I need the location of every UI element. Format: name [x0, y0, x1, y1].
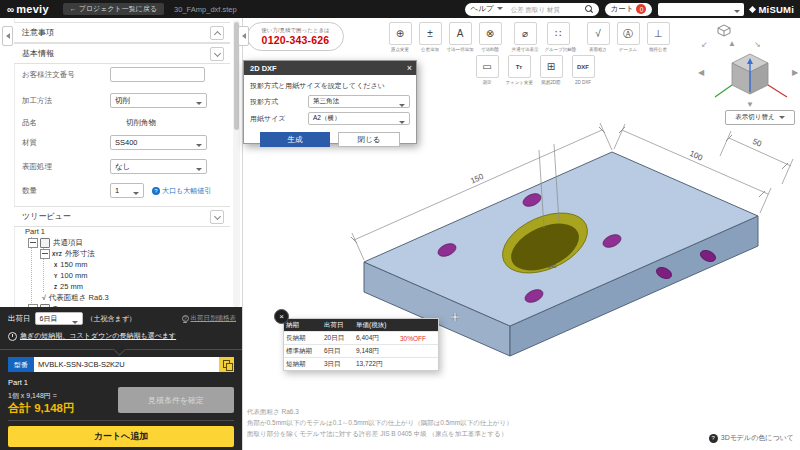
chevron-down-icon [196, 144, 202, 150]
panel-divider-caret[interactable] [0, 349, 242, 350]
col-ship-date: 出荷日 [324, 321, 356, 330]
chevron-down-icon [734, 10, 740, 16]
rotate-down-left-arrow[interactable]: ↙ [701, 40, 708, 49]
misumi-logo: MiSUMi [750, 4, 794, 15]
viewer-area[interactable]: 150 100 50 φ40 使い方/見積で困ったときは 0120-343-62… [242, 18, 800, 450]
2d-dxf-dialog: 2D DXF × 投影方式と用紙サイズを設定してください 投影方式 第三角法 用… [243, 60, 417, 144]
product-name-row: 品名 切削角物 [14, 116, 230, 130]
back-to-projects-button[interactable]: ← プロジェクト一覧に戻る [63, 3, 164, 15]
chevron-down-icon [779, 116, 785, 122]
product-name-label: 品名 [22, 118, 110, 128]
rotate-left-arrow[interactable]: ◀ [698, 68, 704, 77]
tool-geometric-tolerance[interactable]: ⊥幾何公差 [643, 22, 673, 52]
tool-add-tolerance[interactable]: ±公差追加 [415, 22, 445, 52]
close-icon[interactable]: × [407, 61, 412, 75]
generate-button[interactable]: 生成 [260, 132, 330, 147]
datum-icon: Ⓐ [623, 27, 633, 41]
tool-origin-change[interactable]: ⊕原点変更 [385, 22, 415, 52]
view-switch-button[interactable]: 表示切り替え [725, 110, 795, 125]
part-number-input[interactable] [34, 357, 219, 372]
tool-common-dimension[interactable]: ⌀共通寸法表示 [510, 22, 540, 52]
volume-discount-link[interactable]: ? 大口も大幅値引 [152, 186, 211, 196]
collapse-button[interactable] [210, 26, 224, 40]
tree-item-y[interactable]: Y 100 mm [14, 270, 230, 281]
model-color-link[interactable]: ? 3Dモデルの色について [709, 433, 794, 443]
popup-close-button[interactable]: × [274, 309, 289, 324]
method-value: 切削 [115, 96, 130, 106]
tree-item-z[interactable]: Z 25 mm [14, 281, 230, 292]
paper-size-select[interactable]: A2（横） [308, 112, 410, 125]
sidebar-scrollbar[interactable] [233, 20, 240, 307]
dialog-header[interactable]: 2D DXF × [244, 61, 416, 75]
order-number-input[interactable] [110, 67, 205, 82]
tool-ungroup-holes[interactable]: ∷グループ穴解除 [543, 22, 573, 52]
sidebar-collapse-handle-left[interactable] [2, 26, 13, 46]
search-icon[interactable] [585, 5, 593, 13]
tool-simple-2d[interactable]: ⊞簡易2D図 [536, 55, 566, 85]
section-header-tree[interactable]: ツリービュー [14, 206, 230, 227]
question-icon: ? [182, 315, 189, 322]
meviy-logo-text: meviy [16, 3, 49, 15]
dialog-title: 2D DXF [250, 64, 277, 73]
copy-part-number-button[interactable] [219, 357, 234, 372]
home-view-icon[interactable] [716, 24, 732, 37]
method-select[interactable]: 切削 [110, 93, 207, 108]
search-input[interactable] [509, 5, 585, 14]
tool-delete-dimension[interactable]: ⊗寸法削除 [475, 22, 505, 52]
paper-size-label: 用紙サイズ [250, 114, 308, 124]
support-phone-number: 0120-343-626 [262, 34, 330, 46]
price-table-link[interactable]: ? 出荷日別価格表 [182, 314, 237, 323]
surface-select[interactable]: なし [110, 159, 207, 174]
tree-collapse-icon[interactable] [40, 249, 50, 259]
cart-button[interactable]: カート 0 [605, 3, 653, 16]
tool-font-change[interactable]: Tтフォント変更 [504, 55, 534, 85]
tree-collapse-icon[interactable] [28, 238, 38, 248]
tool-surface-roughness[interactable]: √表面粗さ [583, 22, 613, 52]
section-header-basic[interactable]: 基本情報 [14, 43, 230, 64]
question-icon: ? [152, 187, 160, 195]
quantity-value: 1 [115, 186, 119, 195]
table-row[interactable]: 標準納期 6日目 9,148円 [284, 344, 438, 357]
tree-item-roughness[interactable]: √ 代表面粗さ Ra6.3 [14, 292, 230, 303]
rotate-right-arrow[interactable]: ▶ [792, 68, 798, 77]
table-row[interactable]: 長納期 20日目 6,404円 30%OFF [284, 331, 438, 344]
delivery-options-link[interactable]: 急ぎの短納期、コストダウンの長納期も選べます [8, 331, 176, 341]
section-header-notes[interactable]: 注意事項 [14, 22, 230, 43]
confirm-quote-button[interactable]: 見積条件を確定 [118, 387, 234, 413]
tree-item-x[interactable]: X 150 mm [14, 259, 230, 270]
projection-select[interactable]: 第三角法 [308, 95, 410, 108]
chevron-down-icon [72, 321, 78, 327]
quote-panel: 出荷日 6日目 （土祝含まず） ? 出荷日別価格表 急ぎの短納期、コストダウンの… [0, 307, 242, 450]
table-row[interactable]: 短納期 3日目 13,722円 [284, 357, 438, 370]
tool-measure[interactable]: ▭測定 [472, 55, 502, 85]
z-axis-icon: Z [54, 284, 57, 290]
quantity-select[interactable]: 1 [110, 183, 144, 198]
account-select[interactable] [658, 3, 744, 16]
unit-price-line: 1個 x 9,148円 = [8, 391, 57, 401]
tool-batch-dimension[interactable]: A寸法一括追加 [445, 22, 475, 52]
hole-group-icon: ∷ [555, 28, 561, 39]
view-cube[interactable] [710, 46, 790, 108]
tree-root[interactable]: Part 1 [14, 226, 230, 237]
tree-item-outer-dims[interactable]: XYZ 外形寸法 [14, 248, 230, 259]
tool-datum[interactable]: Ⓐデータム [613, 22, 643, 52]
x-axis-icon: X [54, 262, 57, 268]
sidebar-collapse-handle-right[interactable] [238, 26, 249, 46]
add-to-cart-button[interactable]: カートへ追加 [8, 426, 234, 447]
collapse-button[interactable] [210, 210, 224, 224]
note-corner-finish: 角部が0.5mm以下のモデルは0.1～0.5mm以下の仕上がり（隅部は0.5mm… [247, 417, 513, 428]
chevron-up-icon [213, 30, 220, 37]
y-axis-icon: Y [54, 273, 57, 279]
surface-label: 表面処理 [22, 162, 110, 172]
tree-item-common[interactable]: 共通項目 [14, 237, 230, 248]
chevron-down-icon [196, 168, 202, 174]
collapse-button[interactable] [210, 47, 224, 61]
material-select[interactable]: SS400 [110, 135, 207, 150]
note-jis-tolerance: 面取り部分を除くモデル寸法に対する許容差 JIS B 0405 中級 （原点を加… [247, 428, 513, 439]
chevron-down-icon [497, 7, 503, 13]
ship-date-select[interactable]: 6日目 [35, 312, 83, 325]
tool-2d-dxf[interactable]: DXF2D DXF [568, 55, 598, 85]
dialog-close-button[interactable]: 閉じる [338, 132, 400, 147]
support-caption: 使い方/見積で困ったときは [261, 27, 329, 34]
help-dropdown[interactable]: ヘルプ [471, 4, 494, 14]
